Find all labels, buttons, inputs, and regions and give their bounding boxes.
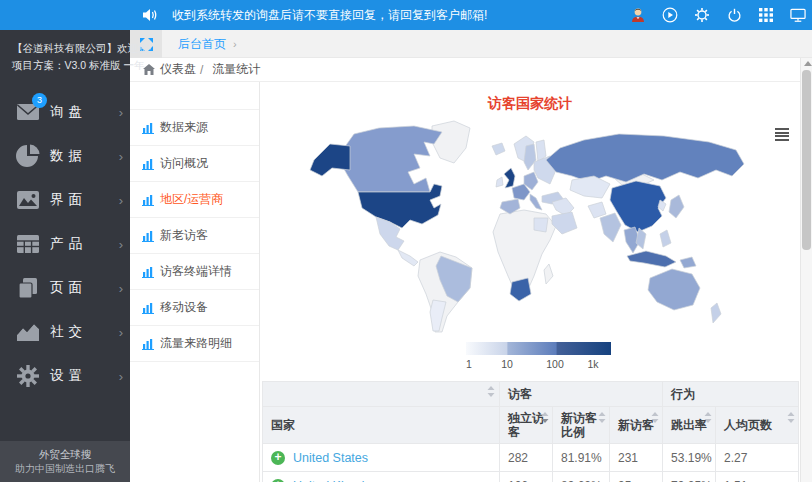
legend-tick: 10 bbox=[501, 358, 513, 370]
pages-per-visit-value: 2.27 bbox=[716, 444, 799, 472]
play-circle-icon[interactable] bbox=[662, 7, 678, 23]
submenu-label: 访问概况 bbox=[160, 155, 208, 172]
footer-slogan: 助力中国制造出口腾飞 bbox=[0, 462, 130, 476]
sidebar-item-social[interactable]: 社交 › bbox=[0, 310, 130, 354]
bar-chart-icon bbox=[142, 302, 154, 314]
map-color-legend[interactable]: 1 10 100 1k bbox=[466, 342, 611, 372]
submenu-label: 移动设备 bbox=[160, 299, 208, 316]
map-country-south-africa[interactable] bbox=[510, 278, 531, 301]
country-link[interactable]: United Kingdom bbox=[293, 479, 382, 482]
sort-icon[interactable] bbox=[704, 412, 712, 426]
monitor-icon[interactable] bbox=[790, 7, 806, 23]
chevron-right-icon: › bbox=[119, 369, 123, 384]
map-region-central-america[interactable] bbox=[398, 250, 418, 266]
pages-icon bbox=[15, 275, 41, 301]
sidebar-item-pages[interactable]: 页面 › bbox=[0, 266, 130, 310]
scrollbar-thumb[interactable] bbox=[802, 70, 811, 250]
breadcrumb-home-link[interactable]: 后台首页 bbox=[178, 36, 226, 53]
legend-gradient-bar[interactable] bbox=[466, 342, 611, 355]
submenu-label: 数据来源 bbox=[160, 119, 208, 136]
bounce-rate-value: 79.25% bbox=[663, 472, 716, 482]
bar-chart-icon bbox=[142, 122, 154, 134]
map-country-egypt[interactable] bbox=[534, 218, 548, 232]
map-country-uk[interactable] bbox=[504, 168, 515, 188]
map-country-japan[interactable] bbox=[669, 195, 684, 218]
sidebar-item-inquiries[interactable]: 3 询盘 › bbox=[0, 90, 130, 134]
scrollbar-up-arrow[interactable] bbox=[804, 61, 812, 66]
legend-tick: 1 bbox=[466, 358, 472, 370]
announcement-bar: 收到系统转发的询盘后请不要直接回复，请回复到客户邮箱! bbox=[143, 0, 487, 30]
sidebar-item-settings[interactable]: 设置 › bbox=[0, 354, 130, 398]
power-icon[interactable] bbox=[726, 7, 742, 23]
submenu-item-mobile-devices[interactable]: 移动设备 bbox=[130, 290, 259, 326]
gear-icon[interactable] bbox=[694, 7, 710, 23]
submenu-label-active: 地区/运营商 bbox=[160, 191, 223, 208]
map-country-italy[interactable] bbox=[530, 194, 542, 210]
primary-sidebar: 【谷道科技有限公司】欢迎您! 项目方案：V3.0 标准版 一年 3 询盘 › 数… bbox=[0, 30, 130, 482]
submenu-item-traffic-sources[interactable]: 流量来路明细 bbox=[130, 326, 259, 362]
col-header-bounce-rate[interactable]: 跳出率 bbox=[663, 407, 716, 444]
map-country-india[interactable] bbox=[600, 213, 621, 242]
country-link[interactable]: United States bbox=[293, 451, 368, 465]
submenu-item-terminal-details[interactable]: 访客终端详情 bbox=[130, 254, 259, 290]
map-country-greenland[interactable] bbox=[432, 121, 470, 163]
map-country-new-zealand[interactable] bbox=[711, 303, 721, 323]
map-country-saudi-arabia[interactable] bbox=[552, 212, 577, 234]
map-country-australia[interactable] bbox=[648, 269, 700, 310]
col-header-new-visitor-ratio[interactable]: 新访客比例 bbox=[553, 407, 610, 444]
pages-per-visit-value: 1.51 bbox=[716, 472, 799, 482]
new-visitors-value: 231 bbox=[610, 444, 663, 472]
sort-icon-active[interactable] bbox=[541, 412, 549, 426]
submenu-item-new-old-visitors[interactable]: 新老访客 bbox=[130, 218, 259, 254]
map-country-pakistan[interactable] bbox=[588, 202, 606, 218]
map-region-central-asia[interactable] bbox=[570, 176, 610, 198]
table-row: + United States 282 81.91% 231 53.19% 2.… bbox=[263, 444, 799, 472]
footer-brand: 外贸全球搜 bbox=[0, 447, 130, 462]
map-country-madagascar[interactable] bbox=[544, 264, 553, 284]
breadcrumb-current: 流量统计 bbox=[212, 61, 260, 78]
map-region-papua[interactable] bbox=[680, 257, 696, 268]
submenu-item-region-carrier[interactable]: 地区/运营商 bbox=[130, 182, 259, 218]
avatar[interactable] bbox=[630, 7, 646, 23]
col-header-country[interactable]: 国家 bbox=[263, 407, 500, 444]
traffic-submenu: 数据来源 访问概况 地区/运营商 新老访客 访客终端详情 移动设备 流量来路明细 bbox=[130, 82, 260, 482]
col-header-new-visitors[interactable]: 新访客 bbox=[610, 407, 663, 444]
map-country-russia[interactable] bbox=[546, 134, 744, 182]
map-country-korea[interactable] bbox=[658, 200, 666, 211]
map-country-ireland[interactable] bbox=[496, 177, 503, 187]
sort-icon[interactable] bbox=[787, 412, 795, 426]
map-country-philippines[interactable] bbox=[660, 230, 671, 247]
bar-chart-icon bbox=[142, 266, 154, 278]
sidebar-item-label: 设置 bbox=[50, 367, 87, 385]
sort-icon[interactable] bbox=[487, 386, 495, 400]
col-header-unique-visitors[interactable]: 独立访客 bbox=[500, 407, 553, 444]
bounce-rate-value: 53.19% bbox=[663, 444, 716, 472]
map-country-indonesia[interactable] bbox=[627, 251, 676, 267]
expand-row-button[interactable]: + bbox=[271, 451, 285, 465]
table-corner-header[interactable] bbox=[263, 382, 500, 407]
map-country-usa-alaska[interactable] bbox=[310, 144, 350, 176]
map-country-iceland[interactable] bbox=[492, 143, 505, 155]
vertical-scrollbar[interactable] bbox=[800, 58, 812, 482]
sidebar-item-data[interactable]: 数据 › bbox=[0, 134, 130, 178]
main-content: 访客国家统计 bbox=[260, 82, 800, 482]
apps-grid-icon[interactable] bbox=[758, 7, 774, 23]
group-header-visitors: 访客 bbox=[500, 382, 663, 407]
col-header-pages-per-visit[interactable]: 人均页数 bbox=[716, 407, 799, 444]
sort-icon[interactable] bbox=[598, 412, 606, 426]
submenu-label: 新老访客 bbox=[160, 227, 208, 244]
image-icon bbox=[15, 187, 41, 213]
pie-chart-icon bbox=[15, 143, 41, 169]
sidebar-item-interface[interactable]: 界面 › bbox=[0, 178, 130, 222]
breadcrumb-dashboard[interactable]: 仪表盘 bbox=[160, 61, 196, 78]
map-country-canada[interactable] bbox=[340, 126, 442, 192]
expand-row-button[interactable]: + bbox=[271, 479, 285, 482]
sidebar-item-products[interactable]: 产品 › bbox=[0, 222, 130, 266]
chart-title: 访客国家统计 bbox=[260, 95, 800, 113]
legend-tick: 100 bbox=[546, 358, 564, 370]
submenu-item-data-source[interactable]: 数据来源 bbox=[130, 110, 259, 146]
sort-icon[interactable] bbox=[651, 412, 659, 426]
welcome-block: 【谷道科技有限公司】欢迎您! 项目方案：V3.0 标准版 一年 bbox=[0, 30, 130, 82]
submenu-item-visit-overview[interactable]: 访问概况 bbox=[130, 146, 259, 182]
table-grid-icon bbox=[15, 231, 41, 257]
